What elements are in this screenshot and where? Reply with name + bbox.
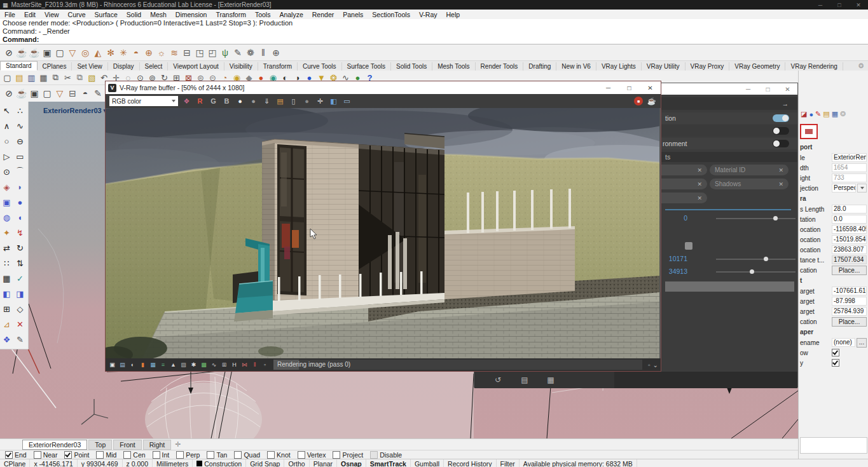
osnap-toggle[interactable]: Vertex — [298, 451, 326, 459]
osnap-toggle[interactable]: Disable — [370, 451, 402, 459]
toolbar-tab[interactable]: VRay Lights — [596, 62, 642, 71]
osnap-toggle[interactable]: Point — [64, 451, 89, 459]
proxy-box-icon[interactable]: ◳ — [193, 47, 206, 58]
vfb-lines-icon[interactable]: ≡ — [159, 361, 167, 369]
render-production-icon[interactable]: ☕ — [15, 47, 28, 58]
check-icon[interactable]: ✓ — [13, 271, 27, 286]
point-icon[interactable]: ∴ — [13, 103, 27, 118]
print-icon[interactable]: ▦ — [38, 72, 50, 83]
render-element-chip[interactable]: ✕ — [656, 165, 707, 175]
checkbox[interactable] — [267, 451, 275, 459]
viewport-tab[interactable]: Front — [113, 440, 142, 450]
stop-render-button[interactable]: ■ — [634, 97, 643, 105]
vfb-compare-icon[interactable]: ⋈ — [240, 361, 249, 369]
clipboard-button[interactable]: ▯ — [288, 96, 299, 106]
status-cell[interactable]: Grid Snap — [246, 459, 284, 467]
add-viewport-icon[interactable]: ✛ — [175, 440, 181, 449]
menu-item[interactable]: Tools — [251, 11, 275, 18]
vray-logo-icon[interactable]: ⊘ — [3, 88, 15, 99]
camera-checkbox[interactable] — [685, 242, 692, 250]
checkbox[interactable] — [64, 451, 72, 459]
vray-tab-icon[interactable]: ▦ — [832, 110, 838, 118]
x-target-field[interactable]: -107661.616 — [832, 287, 867, 295]
checkbox[interactable] — [96, 451, 104, 459]
new-file-icon[interactable]: ▢ — [1, 72, 13, 83]
slider[interactable] — [716, 259, 796, 260]
render-element-chip[interactable]: ✕ — [656, 193, 707, 203]
cut-icon[interactable]: ✂ — [62, 72, 74, 83]
height-field[interactable]: 733 — [832, 173, 867, 182]
color-correction-button[interactable]: ✛ — [315, 96, 326, 106]
maximize-icon[interactable]: □ — [830, 2, 849, 8]
toolbar-tab[interactable]: Surface Tools — [342, 62, 391, 71]
layers-tab-icon[interactable]: ● — [809, 111, 813, 118]
join-icon[interactable]: ◨ — [13, 286, 27, 301]
x-location-field[interactable]: -116598.405 — [832, 225, 867, 234]
menu-item[interactable]: Analyze — [275, 11, 307, 18]
explode-icon[interactable]: ↯ — [13, 225, 27, 240]
title-field[interactable]: ExteriorRende... — [832, 153, 867, 162]
status-cell[interactable]: Gumball — [411, 459, 444, 467]
annotate-icon[interactable]: ✎ — [13, 332, 27, 347]
filename-field[interactable]: (none) — [832, 338, 855, 347]
status-cell[interactable]: y 99304.469 — [78, 459, 123, 467]
toolbar-tab[interactable]: Standard — [0, 61, 38, 71]
minimize-icon[interactable]: ─ — [811, 2, 830, 8]
collapsed-panel-box[interactable] — [800, 437, 867, 454]
toolbar-tab[interactable]: Set View — [72, 62, 107, 71]
y-location-field[interactable]: -15019.854 — [832, 235, 867, 244]
polyline-icon[interactable]: ∧ — [0, 118, 13, 133]
open-file-icon[interactable]: ▤ — [13, 72, 25, 83]
vray-logo-icon[interactable]: ⊘ — [3, 47, 15, 58]
mirror-icon[interactable]: ⇅ — [13, 255, 27, 271]
osnap-toggle[interactable]: End — [5, 451, 27, 459]
projection-dropdown-icon[interactable] — [857, 184, 867, 193]
boolean-diff-icon[interactable]: ◖ — [13, 210, 27, 225]
frame-buffer-icon[interactable]: ▣ — [41, 47, 53, 58]
show-checkbox[interactable] — [832, 349, 839, 356]
channel-select[interactable]: RGB color — [109, 96, 178, 106]
panel-gear-icon[interactable]: ❂ — [840, 110, 846, 118]
vfb-curve-icon[interactable]: ∿ — [210, 361, 218, 369]
plane-light-icon[interactable]: ▽ — [66, 47, 79, 58]
select-arrow-icon[interactable]: ↖ — [0, 103, 13, 118]
maximize-icon[interactable]: □ — [758, 86, 778, 93]
rectangle-icon[interactable]: ▭ — [13, 149, 27, 164]
mono-channel-button[interactable]: ● — [248, 96, 259, 106]
remove-icon[interactable]: ✕ — [778, 181, 783, 187]
box-icon[interactable]: ⊟ — [66, 88, 79, 99]
vfb-channels-icon[interactable]: ▦ — [149, 361, 157, 369]
group-icon[interactable]: ❖ — [0, 332, 13, 347]
close-icon[interactable]: ✕ — [849, 2, 868, 8]
viewport-tab[interactable]: Right — [143, 440, 172, 450]
spot-light-icon[interactable]: ◭ — [92, 47, 104, 58]
osnap-toggle[interactable]: Tan — [207, 451, 227, 459]
browse-button[interactable]: ... — [857, 338, 867, 348]
toolbar-tab[interactable]: VRay Geometry — [729, 62, 785, 71]
status-cell[interactable]: Available physical memory: 6832 MB — [520, 459, 637, 467]
menu-item[interactable]: SectionTools — [368, 11, 415, 18]
vfb-orange-icon[interactable]: ▮ — [139, 361, 147, 369]
track-mouse-button[interactable]: ● — [301, 96, 312, 106]
checkbox[interactable] — [123, 451, 131, 459]
split-icon[interactable]: ◧ — [0, 286, 13, 301]
toolbar-tab[interactable]: Render Tools — [476, 62, 524, 71]
properties-tab-icon[interactable]: ◪ — [801, 110, 807, 118]
osnap-toggle[interactable]: Project — [333, 451, 363, 459]
toolbar-tab[interactable]: Drafting — [523, 62, 556, 71]
place-target-button[interactable]: Place... — [832, 317, 867, 327]
menu-item[interactable]: Mesh — [146, 11, 171, 18]
paste-icon[interactable]: ▧ — [86, 72, 98, 83]
y-target-field[interactable]: -87.998 — [832, 297, 867, 306]
menu-item[interactable]: Solid — [122, 11, 146, 18]
toggle-switch[interactable] — [773, 114, 789, 122]
toolbar-options-gear-icon[interactable]: ❂ — [858, 62, 864, 69]
export-icon[interactable]: ⧉ — [50, 72, 62, 83]
ies-light-icon[interactable]: ✻ — [104, 47, 117, 58]
toolbar-tab[interactable]: VRay Proxy — [685, 62, 730, 71]
toolbar-tab[interactable]: Solid Tools — [391, 62, 432, 71]
alpha-channel-button[interactable]: ● — [235, 96, 245, 106]
remove-icon[interactable]: ✕ — [697, 167, 702, 173]
surface-icon[interactable]: ◗ — [13, 179, 27, 194]
render-element-chip-shadows[interactable]: Shadows ✕ — [710, 179, 789, 189]
